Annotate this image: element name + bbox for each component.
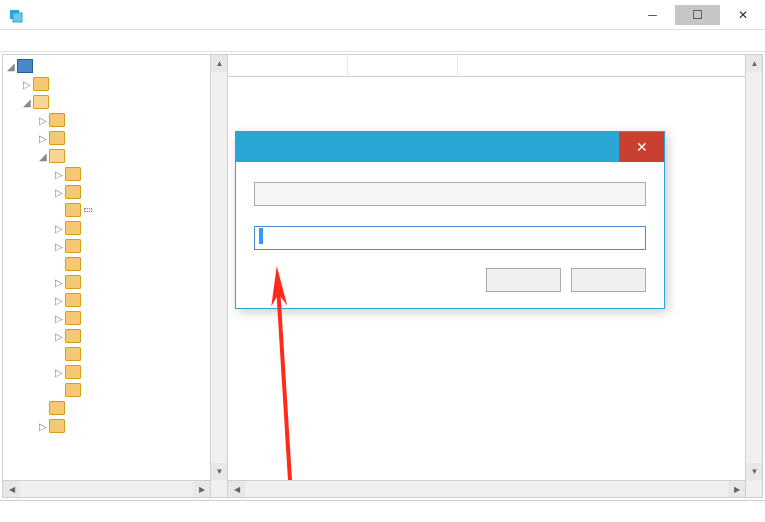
folder-open-icon [33, 95, 49, 109]
tree-item[interactable]: ▷ [3, 129, 227, 147]
expand-icon[interactable]: ▷ [53, 187, 65, 198]
collapse-icon[interactable]: ◢ [5, 61, 17, 72]
value-data-input[interactable] [254, 226, 646, 250]
dialog-titlebar[interactable]: ✕ [236, 132, 664, 162]
tree-item[interactable]: ▷ [3, 417, 227, 435]
folder-icon [65, 167, 81, 181]
scroll-right-icon[interactable]: ▶ [193, 481, 210, 497]
col-name[interactable] [228, 55, 348, 76]
list-hscrollbar[interactable]: ◀▶ [228, 480, 745, 497]
folder-icon [65, 257, 81, 271]
edit-string-dialog: ✕ [235, 131, 665, 309]
expand-icon[interactable]: ▷ [53, 367, 65, 378]
col-data[interactable] [458, 55, 762, 76]
svg-rect-1 [13, 13, 22, 22]
value-name-input[interactable] [254, 182, 646, 206]
folder-icon [49, 401, 65, 415]
expand-icon[interactable]: ▷ [53, 295, 65, 306]
tree-item[interactable] [3, 255, 227, 273]
list-header [228, 55, 762, 77]
app-icon [8, 7, 24, 23]
tree-item[interactable]: ▷ [3, 363, 227, 381]
tree-item[interactable]: ▷ [3, 219, 227, 237]
expand-icon[interactable]: ▷ [53, 277, 65, 288]
menu-help[interactable] [70, 39, 82, 43]
scroll-up-icon[interactable]: ▲ [211, 55, 228, 72]
folder-icon [65, 275, 81, 289]
tree-item[interactable] [3, 399, 227, 417]
folder-icon [65, 329, 81, 343]
tree-item[interactable]: ▷ [3, 291, 227, 309]
folder-icon [49, 419, 65, 433]
tree-item[interactable]: ▷ [3, 165, 227, 183]
close-window-button[interactable]: ✕ [720, 5, 765, 25]
ok-button[interactable] [486, 268, 561, 292]
tree-hkcr[interactable]: ▷ [3, 75, 227, 93]
menu-file[interactable] [6, 39, 18, 43]
tree-item[interactable]: ▷ [3, 273, 227, 291]
col-type[interactable] [348, 55, 458, 76]
scroll-up-icon[interactable]: ▲ [746, 55, 762, 72]
expand-icon[interactable]: ▷ [21, 79, 33, 90]
collapse-icon[interactable]: ◢ [21, 97, 33, 108]
minimize-button[interactable]: ─ [630, 5, 675, 25]
tree-hkcu[interactable]: ◢ [3, 93, 227, 111]
computer-icon [17, 59, 33, 73]
tree-hscrollbar[interactable]: ◀▶ [3, 480, 210, 497]
menu-favorites[interactable] [54, 39, 66, 43]
tree-item[interactable]: ▷ [3, 111, 227, 129]
expand-icon[interactable]: ▷ [53, 169, 65, 180]
folder-icon [65, 185, 81, 199]
tree-colors-selected[interactable] [3, 201, 227, 219]
tree-item[interactable]: ▷ [3, 237, 227, 255]
scroll-down-icon[interactable]: ▼ [746, 463, 762, 480]
tree-item[interactable] [3, 381, 227, 399]
tree-control-panel[interactable]: ◢ [3, 147, 227, 165]
scroll-left-icon[interactable]: ◀ [3, 481, 20, 497]
tree-item[interactable]: ▷ [3, 183, 227, 201]
scroll-down-icon[interactable]: ▼ [211, 463, 228, 480]
titlebar: ─ ☐ ✕ [0, 0, 765, 30]
folder-open-icon [49, 149, 65, 163]
menubar [0, 30, 765, 52]
folder-icon [65, 383, 81, 397]
folder-icon [65, 293, 81, 307]
tree-item[interactable] [3, 345, 227, 363]
tree-pane: ◢ ▷ ◢ ▷ ▷ ◢ ▷ ▷ ▷ ▷ ▷ ▷ ▷ ▷ ▷ ▷ ▲▼ ◀▶ [3, 55, 228, 497]
folder-icon [33, 77, 49, 91]
folder-icon [49, 131, 65, 145]
folder-icon [65, 365, 81, 379]
folder-icon [49, 113, 65, 127]
maximize-button[interactable]: ☐ [675, 5, 720, 25]
expand-icon[interactable]: ▷ [37, 115, 49, 126]
cancel-button[interactable] [571, 268, 646, 292]
statusbar [0, 500, 765, 522]
expand-icon[interactable]: ▷ [53, 331, 65, 342]
expand-icon[interactable]: ▷ [53, 223, 65, 234]
folder-icon [65, 239, 81, 253]
folder-icon [65, 311, 81, 325]
dialog-close-button[interactable]: ✕ [619, 132, 664, 162]
collapse-icon[interactable]: ◢ [37, 151, 49, 162]
expand-icon[interactable]: ▷ [53, 241, 65, 252]
tree-item[interactable]: ▷ [3, 327, 227, 345]
list-vscrollbar[interactable]: ▲▼ [745, 55, 762, 497]
expand-icon[interactable]: ▷ [37, 421, 49, 432]
folder-icon [65, 347, 81, 361]
tree-vscrollbar[interactable]: ▲▼ [210, 55, 227, 497]
menu-view[interactable] [38, 39, 50, 43]
tree-item[interactable]: ▷ [3, 309, 227, 327]
expand-icon[interactable]: ▷ [53, 313, 65, 324]
folder-icon [65, 203, 81, 217]
tree-root[interactable]: ◢ [3, 57, 227, 75]
expand-icon[interactable]: ▷ [37, 133, 49, 144]
scroll-left-icon[interactable]: ◀ [228, 481, 245, 497]
folder-icon [65, 221, 81, 235]
scroll-right-icon[interactable]: ▶ [728, 481, 745, 497]
menu-edit[interactable] [22, 39, 34, 43]
